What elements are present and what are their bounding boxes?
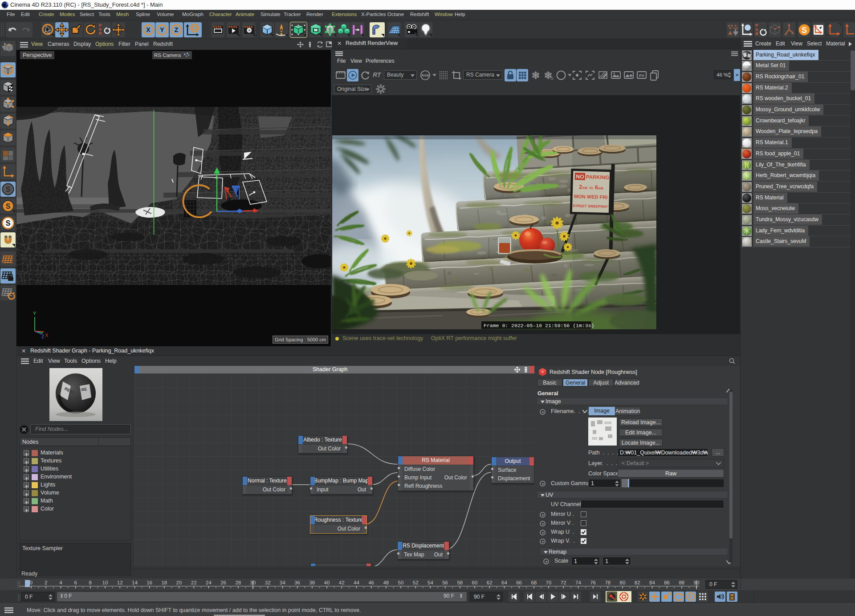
- svg-text:38: 38: [309, 580, 315, 585]
- svg-text:84: 84: [649, 580, 655, 585]
- svg-text:22: 22: [191, 580, 197, 585]
- svg-text:36: 36: [294, 580, 300, 585]
- svg-text:RE: RE: [81, 387, 87, 392]
- svg-text:44: 44: [354, 580, 359, 585]
- svg-text:RGB: RGB: [422, 73, 429, 77]
- svg-text:68: 68: [531, 580, 537, 585]
- svg-text:46: 46: [368, 580, 374, 585]
- svg-text:Z: Z: [41, 334, 45, 339]
- svg-text:72: 72: [561, 580, 566, 585]
- svg-text:76: 76: [590, 580, 596, 585]
- svg-text:P: P: [689, 594, 692, 600]
- svg-text:60: 60: [472, 580, 478, 585]
- svg-text:Frame 0: 2022-05-16 21:59:56 (: Frame 0: 2022-05-16 21:59:56 (1m:3s): [484, 323, 594, 328]
- svg-text:56: 56: [442, 580, 448, 585]
- svg-text:G: G: [550, 76, 554, 81]
- svg-text:70: 70: [546, 580, 552, 585]
- svg-text:Y: Y: [160, 26, 164, 33]
- svg-text:58: 58: [457, 580, 463, 585]
- svg-text:86: 86: [664, 580, 670, 585]
- svg-text:R: R: [99, 31, 102, 36]
- svg-text:4: 4: [59, 580, 62, 585]
- svg-text:R: R: [755, 31, 758, 36]
- svg-text:80: 80: [620, 580, 626, 585]
- svg-text:X: X: [146, 26, 151, 33]
- svg-text:Z: Z: [175, 26, 179, 33]
- svg-text:10: 10: [102, 580, 108, 585]
- svg-text:26: 26: [220, 580, 226, 585]
- svg-text:82: 82: [635, 580, 640, 585]
- svg-text:62: 62: [487, 580, 493, 585]
- svg-text:X: X: [45, 332, 49, 338]
- svg-text:8: 8: [89, 580, 92, 585]
- svg-text:88: 88: [679, 580, 684, 585]
- svg-text:48: 48: [383, 580, 389, 585]
- svg-text:12: 12: [117, 580, 123, 585]
- svg-text:20: 20: [176, 580, 182, 585]
- svg-text:S: S: [6, 203, 11, 210]
- svg-text:2: 2: [45, 580, 47, 585]
- svg-text:0: 0: [30, 580, 33, 585]
- svg-text:S: S: [6, 186, 11, 193]
- svg-text:S: S: [802, 26, 807, 35]
- svg-text:28: 28: [235, 580, 241, 585]
- svg-text:24: 24: [206, 580, 212, 585]
- svg-text:34: 34: [280, 580, 285, 585]
- svg-text:52: 52: [413, 580, 419, 585]
- svg-text:18: 18: [161, 580, 167, 585]
- svg-text:54: 54: [428, 580, 433, 585]
- svg-text:50: 50: [398, 580, 404, 585]
- svg-text:42: 42: [339, 580, 345, 585]
- svg-text:32: 32: [265, 580, 271, 585]
- svg-text:Y: Y: [33, 311, 37, 316]
- svg-text:74: 74: [575, 580, 581, 585]
- svg-text:S: S: [6, 219, 11, 227]
- svg-text:78: 78: [605, 580, 611, 585]
- svg-text:66: 66: [516, 580, 522, 585]
- svg-text:16: 16: [147, 580, 152, 585]
- svg-text:64: 64: [501, 580, 507, 585]
- svg-text:14: 14: [132, 580, 138, 585]
- svg-text:40: 40: [324, 580, 330, 585]
- svg-text:PV: PV: [639, 73, 644, 78]
- svg-text:6: 6: [74, 580, 77, 585]
